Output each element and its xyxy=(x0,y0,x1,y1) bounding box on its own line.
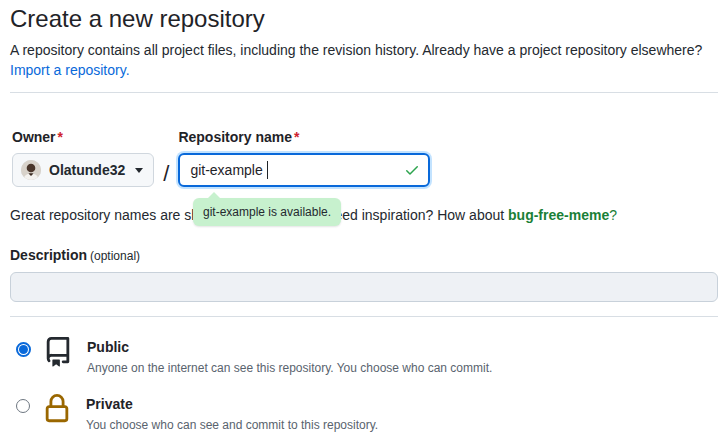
required-asterisk: * xyxy=(58,129,63,145)
owner-repo-row: Owner* Olatunde32 / Repository name* xyxy=(10,127,718,191)
availability-tooltip: git-example is available. xyxy=(193,198,341,226)
private-option-description: You choose who can see and commit to thi… xyxy=(86,417,378,433)
repo-book-icon xyxy=(43,337,73,367)
import-repository-link[interactable]: Import a repository. xyxy=(10,60,130,80)
divider xyxy=(10,92,718,93)
create-repository-page: Create a new repository A repository con… xyxy=(0,0,726,438)
repository-name-input-wrap xyxy=(178,153,430,187)
suggested-name-link[interactable]: bug-free-meme xyxy=(508,207,609,223)
text-cursor xyxy=(267,161,268,179)
owner-repo-separator: / xyxy=(163,157,169,191)
owner-field: Owner* Olatunde32 xyxy=(12,127,154,187)
private-option-text: Private You choose who can see and commi… xyxy=(86,394,378,433)
private-radio[interactable] xyxy=(16,399,30,413)
chevron-down-icon xyxy=(135,168,143,173)
public-option-description: Anyone on the internet can see this repo… xyxy=(87,360,492,376)
required-asterisk: * xyxy=(294,129,299,145)
public-option-label: Public xyxy=(87,339,492,355)
description-input[interactable] xyxy=(10,272,718,302)
page-title: Create a new repository xyxy=(10,4,718,34)
divider xyxy=(10,316,718,317)
owner-button-label: Olatunde32 xyxy=(49,162,125,178)
visibility-option-public[interactable]: Public Anyone on the internet can see th… xyxy=(10,337,718,376)
lock-icon xyxy=(42,394,72,424)
description-label: Description(optional) xyxy=(10,245,718,266)
owner-label: Owner* xyxy=(12,127,154,147)
visibility-option-private[interactable]: Private You choose who can see and commi… xyxy=(10,394,718,433)
description-field: Description(optional) xyxy=(10,245,718,302)
optional-marker: (optional) xyxy=(90,249,140,263)
public-option-text: Public Anyone on the internet can see th… xyxy=(87,337,492,376)
intro-text: A repository contains all project files,… xyxy=(10,40,718,60)
check-icon xyxy=(404,162,420,178)
private-option-label: Private xyxy=(86,396,378,412)
owner-select-button[interactable]: Olatunde32 xyxy=(12,153,154,187)
repository-name-label: Repository name* xyxy=(178,127,430,147)
repository-name-input[interactable] xyxy=(178,153,430,187)
owner-avatar xyxy=(21,160,41,180)
hint-suffix: ? xyxy=(609,207,617,223)
public-radio[interactable] xyxy=(16,342,31,357)
repository-name-field: Repository name* xyxy=(178,127,430,187)
name-hint-row: Great repository names are short and mem… xyxy=(10,205,718,225)
